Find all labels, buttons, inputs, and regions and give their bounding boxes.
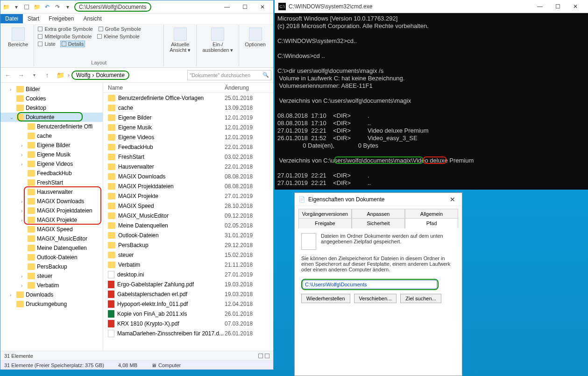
tab-freigabe[interactable]: Freigabe <box>298 218 352 228</box>
minimize-button[interactable]: — <box>218 2 236 12</box>
new-folder-icon[interactable]: 📁 <box>33 3 41 11</box>
file-row[interactable]: Benutzerdefinierte Office-Vorlagen25.01.… <box>103 93 273 103</box>
view-large[interactable]: Große Symbole <box>98 26 142 32</box>
tree-node[interactable]: Desktop <box>0 103 103 113</box>
close-button[interactable]: ✕ <box>447 196 458 203</box>
col-date[interactable]: Änderung <box>225 85 249 91</box>
file-row[interactable]: desktop.ini27.01.2019 <box>103 270 273 279</box>
tree-node[interactable]: Cookies <box>0 94 103 103</box>
path-input[interactable] <box>303 280 437 289</box>
tree-node[interactable]: MAGIX_MusicEditor <box>0 234 103 243</box>
view-medium[interactable]: Mittelgroße Symbole <box>37 33 92 40</box>
file-row[interactable]: Hausverwalter22.01.2018 <box>103 162 273 171</box>
tree-node[interactable]: ›Eigene Videos <box>0 159 103 169</box>
tree-node[interactable]: ›Eigene Bilder <box>0 141 103 150</box>
close-button[interactable]: ✕ <box>254 2 271 12</box>
tab-sicherheit[interactable]: Sicherheit <box>352 218 405 228</box>
breadcrumb[interactable]: Wolfg›Dokumente <box>71 71 129 80</box>
tree-node[interactable]: FeedbackHub <box>0 169 103 178</box>
minimize-button[interactable]: — <box>531 1 549 12</box>
tree-node[interactable]: ⌄Dokumente <box>0 113 103 122</box>
props-icon[interactable] <box>23 3 30 11</box>
file-row[interactable]: MAGIX Projekte27.01.2019 <box>103 191 273 201</box>
undo-icon[interactable]: ↶ <box>43 3 51 11</box>
maximize-button[interactable]: ☐ <box>549 1 567 12</box>
tree-node[interactable]: Hausverwalter <box>0 187 103 197</box>
view-list[interactable]: Liste <box>37 41 56 47</box>
options-button[interactable]: Optionen <box>242 26 269 49</box>
redo-icon[interactable]: ↷ <box>54 3 61 11</box>
show-hide-button[interactable]: Ein-/ ausblenden ▾ <box>199 26 236 55</box>
file-row[interactable]: Hypoport-elektr.Info_011.pdf12.04.2018 <box>103 299 273 309</box>
save-icon[interactable]: ▾ <box>13 3 20 11</box>
tab-datei[interactable]: Datei <box>0 14 23 23</box>
maximize-button[interactable]: ☐ <box>236 2 254 12</box>
restore-button[interactable]: Wiederherstellen <box>301 294 350 303</box>
file-row[interactable]: MAGIX_MusicEditor09.12.2018 <box>103 211 273 220</box>
qatb-dropdown-icon[interactable]: ▾ <box>64 3 71 11</box>
file-row[interactable]: PersBackup29.12.2018 <box>103 240 273 250</box>
up-button[interactable]: ↑ <box>42 70 53 81</box>
move-button[interactable]: Verschieben... <box>354 294 397 303</box>
tree-node[interactable]: ›MAGIX Projektdateien <box>0 206 103 215</box>
current-view-button[interactable]: Aktuelle Ansicht ▾ <box>167 26 193 55</box>
search-input[interactable]: "Dokumente" durchsuchen🔍 <box>187 70 271 80</box>
tab-ansicht[interactable]: Ansicht <box>78 14 106 23</box>
file-row[interactable]: Meine Datenquellen02.05.2018 <box>103 220 273 230</box>
file-row[interactable]: Outlook-Dateien31.01.2019 <box>103 230 273 240</box>
nav-tree[interactable]: ›BilderCookiesDesktop⌄DokumenteBenutzerd… <box>0 83 103 351</box>
file-row[interactable]: Ergo-Gabelstapler Zahlung.pdf19.03.2018 <box>103 279 273 289</box>
tree-node[interactable]: MAGIX Speed <box>0 225 103 234</box>
close-button[interactable]: ✕ <box>567 1 584 12</box>
tab-vorgaenger[interactable]: Vorgängerversionen <box>298 209 352 219</box>
tree-node[interactable]: ›MAGIX Projekte <box>0 215 103 225</box>
find-target-button[interactable]: Ziel suchen... <box>400 294 441 303</box>
back-button[interactable]: ← <box>2 70 14 81</box>
file-row[interactable]: MamaDarlehen-Zinsschreiben für 2017.d...… <box>103 328 273 338</box>
cmd-titlebar[interactable]: C:\ C:\WINDOWS\system32\cmd.exe — ☐ ✕ <box>275 0 588 13</box>
file-row[interactable]: Eigene Musik12.01.2019 <box>103 122 273 132</box>
file-row[interactable]: Eigene Videos12.01.2019 <box>103 132 273 142</box>
file-row[interactable]: FreshStart03.02.2018 <box>103 152 273 162</box>
file-row[interactable]: Eigene Bilder12.01.2019 <box>103 113 273 122</box>
file-row[interactable]: FeedbackHub22.01.2018 <box>103 142 273 152</box>
tree-node[interactable]: Benutzerdefinierte Offi <box>0 122 103 131</box>
file-row[interactable]: steuer15.02.2018 <box>103 250 273 260</box>
tree-node[interactable]: PersBackup <box>0 262 103 271</box>
tree-node[interactable]: ›steuer <box>0 271 103 281</box>
file-row[interactable]: KRX 1810 (Krypto-X).pdf07.03.2018 <box>103 319 273 328</box>
explorer-titlebar[interactable]: 📁 ▾ 📁 ↶ ↷ ▾ C:\Users\Wolfg\Documents — ☐… <box>0 0 273 14</box>
tab-pfad[interactable]: Pfad <box>405 218 458 228</box>
file-row[interactable]: MAGIX Projektdateien08.08.2018 <box>103 181 273 191</box>
bereiche-button[interactable]: Bereiche <box>5 26 31 49</box>
recent-dropdown[interactable]: ▾ <box>28 70 40 81</box>
view-extralarge[interactable]: Extra große Symbole <box>37 26 93 32</box>
file-row[interactable]: Gabelstaplerschaden erl.pdf19.03.2018 <box>103 289 273 299</box>
view-details[interactable]: Details <box>60 41 85 47</box>
forward-button[interactable]: → <box>15 70 27 81</box>
tree-node[interactable]: ›Verbatim <box>0 281 103 290</box>
tree-node[interactable]: Outlook-Dateien <box>0 253 103 262</box>
tree-node[interactable]: Druckumgebung <box>0 299 103 309</box>
file-row[interactable]: cache13.09.2018 <box>103 103 273 113</box>
file-row[interactable]: Kopie von FinA_ab 2011.xls26.01.2018 <box>103 309 273 319</box>
details-view-icon[interactable] <box>258 354 263 358</box>
tiles-view-icon[interactable] <box>265 354 269 358</box>
cmd-output[interactable]: Microsoft Windows [Version 10.0.17763.29… <box>275 13 588 219</box>
tree-node[interactable]: FreshStart <box>0 178 103 187</box>
tree-node[interactable]: Meine Datenquellen <box>0 243 103 253</box>
tree-node[interactable]: ›Downloads <box>0 290 103 299</box>
column-headers[interactable]: Name Änderung <box>103 83 273 93</box>
file-row[interactable]: MAGIX Speed28.10.2018 <box>103 201 273 211</box>
col-name[interactable]: Name <box>103 85 225 91</box>
tree-node[interactable]: ›Bilder <box>0 85 103 94</box>
tab-anpassen[interactable]: Anpassen <box>352 209 405 219</box>
tab-allgemein[interactable]: Allgemein <box>405 209 458 219</box>
tree-node[interactable]: ›Eigene Musik <box>0 150 103 159</box>
file-row[interactable]: MAGIX Downloads08.08.2018 <box>103 171 273 181</box>
tree-node[interactable]: ›MAGIX Downloads <box>0 197 103 206</box>
file-row[interactable]: Verbatim21.11.2018 <box>103 260 273 270</box>
tab-start[interactable]: Start <box>23 14 44 23</box>
view-small[interactable]: Kleine Symbole <box>96 33 140 40</box>
tab-freigeben[interactable]: Freigeben <box>44 14 78 23</box>
